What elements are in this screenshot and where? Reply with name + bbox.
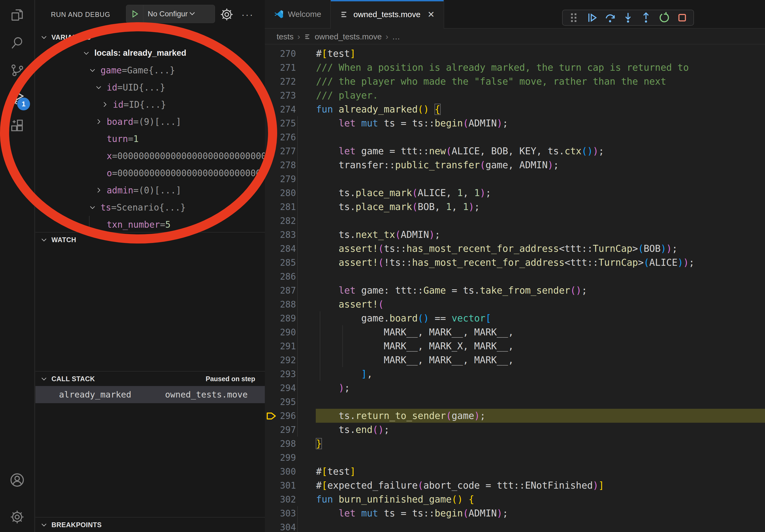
glyph-margin[interactable] (265, 102, 278, 116)
chevron-down-icon[interactable] (89, 67, 101, 74)
line-content[interactable]: MARK__, MARK__, MARK__, (296, 325, 765, 339)
line-content[interactable]: let game: ttt::Game = ts.take_from_sende… (296, 283, 765, 297)
stack-frame[interactable]: already_markedowned_tests.move (35, 386, 265, 403)
line-number[interactable]: 297 (278, 424, 296, 435)
glyph-margin[interactable] (265, 186, 278, 200)
line-number[interactable]: 285 (278, 257, 296, 268)
glyph-margin[interactable] (265, 144, 278, 158)
line-number[interactable]: 294 (278, 383, 296, 393)
line-number[interactable]: 299 (278, 452, 296, 463)
line-number[interactable]: 275 (278, 118, 296, 129)
line-number[interactable]: 274 (278, 104, 296, 115)
line-content[interactable]: ); (296, 381, 765, 395)
line-content[interactable]: assert!(ts::has_most_recent_for_address<… (296, 242, 765, 256)
variable-row[interactable]: game = Game{...} (35, 62, 265, 79)
line-number[interactable]: 295 (278, 397, 296, 407)
code-line[interactable]: 287 let game: ttt::Game = ts.take_from_s… (265, 283, 765, 297)
code-line[interactable]: 271/// When a position is already marked… (265, 61, 765, 75)
line-content[interactable] (296, 520, 765, 532)
line-content[interactable]: ts.end(); (296, 423, 765, 437)
code-line[interactable]: 302fun burn_unfinished_game() { (265, 492, 765, 506)
watch-section-header[interactable]: WATCH (35, 232, 265, 247)
line-number[interactable]: 289 (278, 313, 296, 324)
line-content[interactable] (296, 172, 765, 186)
chevron-right-icon[interactable] (101, 101, 113, 108)
line-content[interactable]: assert!(!ts::has_most_recent_for_address… (296, 256, 765, 269)
code-line[interactable]: 301#[expected_failure(abort_code = ttt::… (265, 478, 765, 492)
code-line[interactable]: 276 (265, 130, 765, 144)
code-line[interactable]: 293 ], (265, 367, 765, 381)
glyph-margin[interactable] (265, 242, 278, 256)
glyph-margin[interactable] (265, 478, 278, 492)
code-line[interactable]: 277 let game = ttt::new(ALICE, BOB, KEY,… (265, 144, 765, 158)
line-number[interactable]: 286 (278, 271, 296, 282)
line-number[interactable]: 276 (278, 132, 296, 142)
account-icon[interactable] (9, 471, 26, 489)
line-number[interactable]: 302 (278, 494, 296, 505)
line-number[interactable]: 284 (278, 243, 296, 254)
step-into-icon[interactable] (621, 11, 635, 24)
line-content[interactable]: transfer::public_transfer(game, ADMIN); (296, 158, 765, 172)
code-line[interactable]: 296 ts.return_to_sender(game); (265, 409, 765, 423)
line-content[interactable]: #[test] (296, 47, 765, 61)
extensions-icon[interactable] (9, 117, 26, 134)
line-number[interactable]: 280 (278, 188, 296, 198)
line-number[interactable]: 291 (278, 341, 296, 352)
settings-gear-icon[interactable] (9, 508, 26, 526)
code-line[interactable]: 270#[test] (265, 47, 765, 61)
glyph-margin[interactable] (265, 283, 278, 297)
glyph-margin[interactable] (265, 158, 278, 172)
line-content[interactable]: ts.next_tx(ADMIN); (296, 228, 765, 242)
glyph-margin[interactable] (265, 200, 278, 214)
launch-config-dropdown[interactable]: No Configur (126, 5, 215, 23)
start-debug-icon[interactable] (126, 5, 143, 23)
glyph-margin[interactable] (265, 325, 278, 339)
glyph-margin[interactable] (265, 450, 278, 464)
line-content[interactable]: ts.place_mark(BOB, 1, 1); (296, 200, 765, 214)
variable-row[interactable]: turn = 1 (35, 130, 265, 147)
code-line[interactable]: 304 (265, 520, 765, 532)
tab-welcome[interactable]: Welcome (265, 0, 331, 28)
chevron-down-icon[interactable] (89, 204, 101, 211)
code-line[interactable]: 283 ts.next_tx(ADMIN); (265, 228, 765, 242)
glyph-margin[interactable] (265, 130, 278, 144)
run-and-debug-icon[interactable]: 1 (9, 90, 26, 107)
line-content[interactable]: assert!( (296, 297, 765, 311)
chevron-right-icon[interactable] (95, 118, 107, 126)
code-line[interactable]: 282 (265, 214, 765, 228)
glyph-margin[interactable] (265, 61, 278, 75)
code-line[interactable]: 298} (265, 437, 765, 450)
line-content[interactable]: MARK__, MARK_X, MARK__, (296, 339, 765, 353)
code-line[interactable]: 285 assert!(!ts::has_most_recent_for_add… (265, 256, 765, 269)
explorer-icon[interactable] (9, 6, 26, 24)
variable-row[interactable]: locals: already_marked (35, 45, 265, 62)
glyph-margin[interactable] (265, 353, 278, 367)
glyph-margin[interactable] (265, 75, 278, 89)
glyph-margin[interactable] (265, 506, 278, 520)
code-line[interactable]: 275 let mut ts = ts::begin(ADMIN); (265, 116, 765, 130)
line-content[interactable]: /// When a position is already marked, t… (296, 61, 765, 75)
variable-row[interactable]: id = UID{...} (35, 79, 265, 96)
variable-row[interactable]: board = (9)[...] (35, 113, 265, 130)
code-line[interactable]: 294 ); (265, 381, 765, 395)
line-content[interactable]: game.board() == vector[ (296, 311, 765, 325)
code-line[interactable]: 273/// player. (265, 89, 765, 102)
step-over-icon[interactable] (603, 11, 617, 24)
line-content[interactable]: } (296, 437, 765, 450)
line-number[interactable]: 271 (278, 62, 296, 73)
line-content[interactable] (296, 130, 765, 144)
code-line[interactable]: 284 assert!(ts::has_most_recent_for_addr… (265, 242, 765, 256)
line-content[interactable]: ], (296, 367, 765, 381)
code-line[interactable]: 292 MARK__, MARK__, MARK__, (265, 353, 765, 367)
chevron-down-icon[interactable] (95, 84, 107, 91)
step-out-icon[interactable] (639, 11, 653, 24)
code-line[interactable]: 274fun already_marked() { (265, 102, 765, 116)
code-line[interactable]: 278 transfer::public_transfer(game, ADMI… (265, 158, 765, 172)
line-number[interactable]: 301 (278, 480, 296, 491)
line-content[interactable] (296, 450, 765, 464)
variables-section-header[interactable]: VARIABLES (35, 30, 265, 45)
line-number[interactable]: 283 (278, 230, 296, 240)
line-number[interactable]: 273 (278, 90, 296, 101)
line-number[interactable]: 304 (278, 522, 296, 532)
line-content[interactable]: let mut ts = ts::begin(ADMIN); (296, 506, 765, 520)
